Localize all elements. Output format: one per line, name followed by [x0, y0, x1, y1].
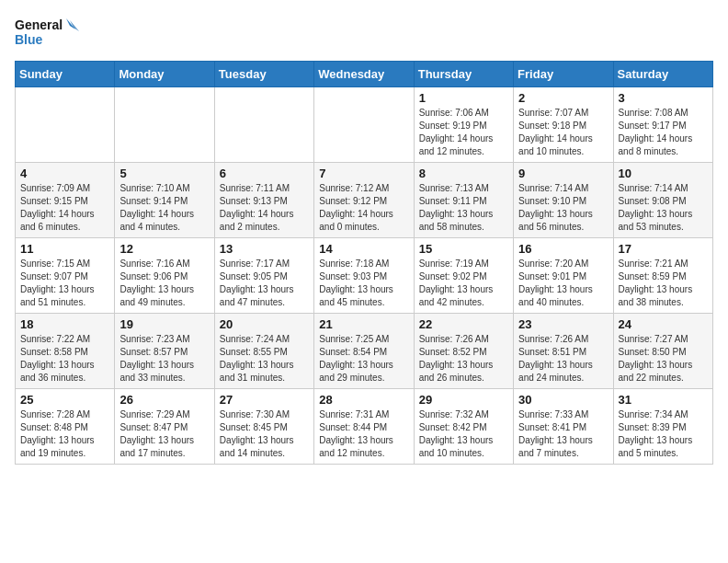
logo-svg: General Blue — [15, 15, 79, 53]
day-info: Sunrise: 7:22 AMSunset: 8:58 PMDaylight:… — [20, 333, 109, 385]
day-number: 27 — [220, 393, 309, 407]
svg-text:Blue: Blue — [15, 32, 43, 47]
calendar-week-row: 4Sunrise: 7:09 AMSunset: 9:15 PMDaylight… — [16, 163, 713, 238]
day-info: Sunrise: 7:14 AMSunset: 9:10 PMDaylight:… — [518, 182, 608, 234]
day-number: 6 — [220, 167, 309, 180]
calendar-cell: 12Sunrise: 7:16 AMSunset: 9:06 PMDayligh… — [115, 238, 214, 314]
day-number: 4 — [20, 167, 109, 180]
day-info: Sunrise: 7:27 AMSunset: 8:50 PMDaylight:… — [619, 333, 708, 385]
day-info: Sunrise: 7:09 AMSunset: 9:15 PMDaylight:… — [20, 182, 109, 234]
calendar-cell: 19Sunrise: 7:23 AMSunset: 8:57 PMDayligh… — [115, 314, 214, 389]
day-number: 10 — [619, 167, 708, 180]
calendar-cell — [16, 87, 115, 163]
calendar-week-row: 25Sunrise: 7:28 AMSunset: 8:48 PMDayligh… — [16, 389, 713, 465]
day-number: 2 — [518, 91, 608, 105]
day-number: 15 — [419, 242, 508, 256]
column-header-tuesday: Tuesday — [214, 62, 313, 87]
calendar-cell: 11Sunrise: 7:15 AMSunset: 9:07 PMDayligh… — [16, 238, 115, 314]
column-header-thursday: Thursday — [414, 62, 513, 87]
day-info: Sunrise: 7:14 AMSunset: 9:08 PMDaylight:… — [619, 182, 708, 234]
calendar-cell: 7Sunrise: 7:12 AMSunset: 9:12 PMDaylight… — [314, 163, 414, 238]
day-info: Sunrise: 7:31 AMSunset: 8:44 PMDaylight:… — [319, 408, 408, 460]
day-number: 24 — [619, 317, 708, 331]
day-info: Sunrise: 7:21 AMSunset: 8:59 PMDaylight:… — [619, 258, 708, 309]
calendar-cell: 26Sunrise: 7:29 AMSunset: 8:47 PMDayligh… — [115, 389, 214, 465]
day-number: 8 — [419, 167, 508, 180]
day-number: 11 — [20, 242, 109, 256]
svg-text:General: General — [15, 17, 63, 32]
calendar-week-row: 11Sunrise: 7:15 AMSunset: 9:07 PMDayligh… — [16, 238, 713, 314]
day-info: Sunrise: 7:25 AMSunset: 8:54 PMDaylight:… — [319, 333, 408, 385]
calendar-cell: 2Sunrise: 7:07 AMSunset: 9:18 PMDaylight… — [514, 87, 613, 163]
day-number: 20 — [220, 317, 309, 331]
day-info: Sunrise: 7:08 AMSunset: 9:17 PMDaylight:… — [619, 107, 708, 158]
day-info: Sunrise: 7:17 AMSunset: 9:05 PMDaylight:… — [220, 258, 309, 309]
calendar-week-row: 1Sunrise: 7:06 AMSunset: 9:19 PMDaylight… — [16, 87, 713, 163]
calendar-cell — [214, 87, 313, 163]
day-info: Sunrise: 7:11 AMSunset: 9:13 PMDaylight:… — [220, 182, 309, 234]
day-number: 13 — [220, 242, 309, 256]
calendar-cell: 22Sunrise: 7:26 AMSunset: 8:52 PMDayligh… — [414, 314, 513, 389]
calendar-cell: 9Sunrise: 7:14 AMSunset: 9:10 PMDaylight… — [514, 163, 613, 238]
day-number: 25 — [20, 393, 109, 407]
day-info: Sunrise: 7:06 AMSunset: 9:19 PMDaylight:… — [419, 107, 508, 158]
day-info: Sunrise: 7:20 AMSunset: 9:01 PMDaylight:… — [518, 258, 608, 309]
calendar-cell: 18Sunrise: 7:22 AMSunset: 8:58 PMDayligh… — [16, 314, 115, 389]
calendar-cell — [314, 87, 414, 163]
day-number: 23 — [518, 317, 608, 331]
calendar-cell: 28Sunrise: 7:31 AMSunset: 8:44 PMDayligh… — [314, 389, 414, 465]
column-header-monday: Monday — [115, 62, 214, 87]
day-info: Sunrise: 7:34 AMSunset: 8:39 PMDaylight:… — [619, 408, 708, 460]
calendar-cell: 14Sunrise: 7:18 AMSunset: 9:03 PMDayligh… — [314, 238, 414, 314]
day-number: 26 — [119, 393, 209, 407]
calendar-cell: 16Sunrise: 7:20 AMSunset: 9:01 PMDayligh… — [514, 238, 613, 314]
calendar-cell: 5Sunrise: 7:10 AMSunset: 9:14 PMDaylight… — [115, 163, 214, 238]
calendar-table: SundayMondayTuesdayWednesdayThursdayFrid… — [15, 61, 713, 465]
day-number: 22 — [419, 317, 508, 331]
day-number: 31 — [619, 393, 708, 407]
day-info: Sunrise: 7:19 AMSunset: 9:02 PMDaylight:… — [419, 258, 508, 309]
day-info: Sunrise: 7:07 AMSunset: 9:18 PMDaylight:… — [518, 107, 608, 158]
column-header-sunday: Sunday — [16, 62, 115, 87]
day-number: 16 — [518, 242, 608, 256]
day-number: 3 — [619, 91, 708, 105]
calendar-cell: 1Sunrise: 7:06 AMSunset: 9:19 PMDaylight… — [414, 87, 513, 163]
calendar-cell: 21Sunrise: 7:25 AMSunset: 8:54 PMDayligh… — [314, 314, 414, 389]
calendar-cell: 25Sunrise: 7:28 AMSunset: 8:48 PMDayligh… — [16, 389, 115, 465]
calendar-cell: 15Sunrise: 7:19 AMSunset: 9:02 PMDayligh… — [414, 238, 513, 314]
day-info: Sunrise: 7:24 AMSunset: 8:55 PMDaylight:… — [220, 333, 309, 385]
day-number: 18 — [20, 317, 109, 331]
day-number: 1 — [419, 91, 508, 105]
calendar-cell: 20Sunrise: 7:24 AMSunset: 8:55 PMDayligh… — [214, 314, 313, 389]
calendar-week-row: 18Sunrise: 7:22 AMSunset: 8:58 PMDayligh… — [16, 314, 713, 389]
day-number: 21 — [319, 317, 408, 331]
day-number: 30 — [518, 393, 608, 407]
day-info: Sunrise: 7:28 AMSunset: 8:48 PMDaylight:… — [20, 408, 109, 460]
day-info: Sunrise: 7:15 AMSunset: 9:07 PMDaylight:… — [20, 258, 109, 309]
calendar-cell: 23Sunrise: 7:26 AMSunset: 8:51 PMDayligh… — [514, 314, 613, 389]
day-number: 7 — [319, 167, 408, 180]
day-number: 9 — [518, 167, 608, 180]
calendar-header-row: SundayMondayTuesdayWednesdayThursdayFrid… — [16, 62, 713, 87]
day-info: Sunrise: 7:12 AMSunset: 9:12 PMDaylight:… — [319, 182, 408, 234]
calendar-cell: 10Sunrise: 7:14 AMSunset: 9:08 PMDayligh… — [613, 163, 712, 238]
day-info: Sunrise: 7:13 AMSunset: 9:11 PMDaylight:… — [419, 182, 508, 234]
calendar-cell: 24Sunrise: 7:27 AMSunset: 8:50 PMDayligh… — [613, 314, 712, 389]
calendar-cell: 4Sunrise: 7:09 AMSunset: 9:15 PMDaylight… — [16, 163, 115, 238]
logo: General Blue — [15, 15, 79, 53]
day-number: 19 — [119, 317, 209, 331]
calendar-cell: 6Sunrise: 7:11 AMSunset: 9:13 PMDaylight… — [214, 163, 313, 238]
day-info: Sunrise: 7:30 AMSunset: 8:45 PMDaylight:… — [220, 408, 309, 460]
day-info: Sunrise: 7:26 AMSunset: 8:52 PMDaylight:… — [419, 333, 508, 385]
day-number: 14 — [319, 242, 408, 256]
day-info: Sunrise: 7:18 AMSunset: 9:03 PMDaylight:… — [319, 258, 408, 309]
calendar-cell: 27Sunrise: 7:30 AMSunset: 8:45 PMDayligh… — [214, 389, 313, 465]
calendar-cell: 29Sunrise: 7:32 AMSunset: 8:42 PMDayligh… — [414, 389, 513, 465]
day-number: 29 — [419, 393, 508, 407]
calendar-cell: 13Sunrise: 7:17 AMSunset: 9:05 PMDayligh… — [214, 238, 313, 314]
day-info: Sunrise: 7:26 AMSunset: 8:51 PMDaylight:… — [518, 333, 608, 385]
day-number: 5 — [119, 167, 209, 180]
column-header-friday: Friday — [514, 62, 613, 87]
day-info: Sunrise: 7:23 AMSunset: 8:57 PMDaylight:… — [119, 333, 209, 385]
calendar-cell: 8Sunrise: 7:13 AMSunset: 9:11 PMDaylight… — [414, 163, 513, 238]
